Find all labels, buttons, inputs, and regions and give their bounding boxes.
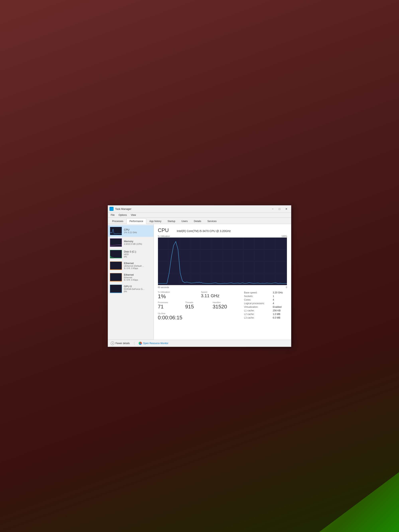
processes-block: Processes 71	[158, 301, 185, 310]
sockets-label: Sockets:	[243, 294, 272, 298]
virtualization-label: Virtualization:	[243, 305, 272, 309]
utilization-stat-label: % Utilization	[158, 291, 197, 293]
sidebar-item-gpu[interactable]: GPU 0 NVIDIA GeForce G... 0%	[108, 283, 154, 295]
disk-thumbnail	[110, 250, 122, 258]
footer-bar: ∧ Fewer details | Open Resource Monitor	[108, 340, 291, 347]
spec-row-l3: L3 cache: 6.0 MB	[243, 316, 287, 320]
handles-label: Handles	[213, 301, 240, 304]
svg-rect-0	[110, 208, 111, 209]
cpu-thumbnail	[110, 227, 122, 235]
speed-stat-label: Speed	[201, 291, 240, 293]
spec-row-logical: Logical processors: 4	[243, 302, 287, 305]
spec-row-cores: Cores: 4	[243, 298, 287, 302]
menu-file[interactable]: File	[109, 213, 116, 217]
svg-rect-7	[110, 262, 122, 270]
tab-details[interactable]: Details	[191, 218, 204, 224]
minimize-button[interactable]: −	[270, 206, 276, 211]
fewer-details-link[interactable]: ∧ Fewer details	[111, 342, 130, 345]
chart-time-label: 60 seconds 0	[158, 286, 287, 288]
ethernet2-thumbnail	[110, 273, 122, 281]
ethernet2-sidebar-sub1: Ethernet	[124, 276, 152, 279]
process-thread-handle-row: Processes 71 Threads 915 Handles 31520	[158, 301, 240, 310]
open-resource-monitor-label: Open Resource Monitor	[143, 342, 168, 345]
maximize-button[interactable]: □	[276, 206, 283, 211]
l3-cache-label: L3 cache:	[243, 316, 272, 320]
chart-label-row: % Utilization 100%	[158, 235, 287, 237]
cpu-header: CPU Intel(R) Core(TM) i5-3470 CPU @ 3.20…	[158, 227, 287, 233]
gpu-sidebar-name: GPU 0	[124, 285, 152, 288]
left-stats: % Utilization 1% Speed 3.11 GHz Processe…	[158, 291, 240, 321]
svg-rect-2	[110, 209, 111, 210]
sockets-value: 1	[272, 294, 287, 298]
utilization-stat-value: 1%	[158, 293, 197, 300]
speed-block: Speed 3.11 GHz	[201, 291, 240, 300]
memory-thumbnail	[110, 238, 122, 247]
cpu-chart	[158, 237, 287, 285]
processes-value: 71	[158, 304, 185, 310]
l1-cache-label: L1 cache:	[243, 309, 272, 312]
time-now-label: 0	[286, 286, 287, 288]
utilization-label: % Utilization	[158, 235, 170, 237]
window-controls: − □ ✕	[270, 206, 290, 211]
util-speed-row: % Utilization 1% Speed 3.11 GHz	[158, 291, 240, 300]
cpu-sidebar-info: CPU 1% 3.11 GHz	[124, 228, 152, 234]
stats-section: % Utilization 1% Speed 3.11 GHz Processe…	[158, 291, 287, 321]
sidebar-item-memory[interactable]: Memory 2.0/15.5 GB (13%)	[108, 237, 154, 248]
disk-sidebar-name: Disk 0 (C:)	[124, 250, 152, 253]
menu-options[interactable]: Options	[116, 213, 129, 217]
cores-value: 4	[272, 298, 287, 302]
spec-row-base-speed: Base speed: 3.20 GHz	[243, 291, 287, 294]
sidebar-item-cpu[interactable]: CPU 1% 3.11 GHz	[108, 225, 154, 237]
l2-cache-label: L2 cache:	[243, 312, 272, 316]
task-manager-window: Task Manager − □ ✕ File Options View Pro…	[108, 205, 291, 347]
l1-cache-value: 256 KB	[272, 309, 287, 312]
tab-processes[interactable]: Processes	[109, 218, 126, 224]
svg-rect-9	[110, 285, 122, 293]
sidebar: CPU 1% 3.11 GHz Memory 2.0/15.5 GB (13%)	[108, 224, 154, 340]
svg-rect-8	[110, 273, 122, 281]
uptime-block: Up time 0:00:06:15	[158, 312, 240, 321]
tab-users[interactable]: Users	[178, 218, 190, 224]
logical-processors-label: Logical processors:	[243, 302, 272, 305]
l3-cache-value: 6.0 MB	[272, 316, 287, 320]
ethernet2-sidebar-info: Ethernet Ethernet S: 0 R: 0 Kbps	[124, 273, 152, 281]
cpu-specs-table: Base speed: 3.20 GHz Sockets: 1 Cores: 4	[243, 291, 287, 320]
disk-sidebar-info: Disk 0 (C:) HDD 0%	[124, 250, 152, 258]
threads-label: Threads	[185, 301, 212, 304]
tab-performance[interactable]: Performance	[127, 218, 146, 224]
window-title: Task Manager	[115, 208, 270, 210]
cpu-sidebar-sub: 1% 3.11 GHz	[124, 231, 152, 234]
uptime-value: 0:00:06:15	[158, 315, 240, 321]
time-ago-label: 60 seconds	[158, 286, 169, 288]
ethernet1-sidebar-sub1: vEthernet (Default ...	[124, 265, 152, 267]
cpu-title: CPU	[158, 227, 169, 233]
tab-app-history[interactable]: App history	[146, 218, 165, 224]
logical-processors-value: 4	[272, 302, 287, 305]
fewer-details-label: Fewer details	[115, 342, 130, 345]
ethernet2-sidebar-name: Ethernet	[124, 273, 152, 276]
ethernet1-sidebar-name: Ethernet	[124, 262, 152, 265]
sidebar-item-ethernet1[interactable]: Ethernet vEthernet (Default ... S: 0 R: …	[108, 260, 154, 272]
close-button[interactable]: ✕	[283, 206, 290, 211]
base-speed-value: 3.20 GHz	[272, 291, 287, 294]
resource-monitor-icon	[139, 342, 142, 345]
tab-services[interactable]: Services	[204, 218, 220, 224]
gpu-sidebar-sub2: 0%	[124, 290, 152, 293]
max-label: 100%	[281, 235, 287, 237]
sidebar-item-ethernet2[interactable]: Ethernet Ethernet S: 0 R: 0 Kbps	[108, 272, 154, 283]
tab-bar: Processes Performance App history Startu…	[108, 218, 291, 224]
disk-sidebar-sub1: HDD	[124, 253, 152, 255]
handles-block: Handles 31520	[213, 301, 240, 310]
memory-sidebar-name: Memory	[124, 240, 152, 243]
ethernet1-thumbnail	[110, 261, 122, 270]
main-panel: CPU Intel(R) Core(TM) i5-3470 CPU @ 3.20…	[154, 224, 291, 340]
tab-startup[interactable]: Startup	[165, 218, 178, 224]
ethernet2-sidebar-sub2: S: 0 R: 0 Kbps	[124, 279, 152, 281]
cpu-model: Intel(R) Core(TM) i5-3470 CPU @ 3.20GHz	[177, 229, 231, 233]
threads-value: 915	[185, 304, 212, 310]
open-resource-monitor-link[interactable]: Open Resource Monitor	[139, 342, 168, 345]
sidebar-item-disk[interactable]: Disk 0 (C:) HDD 0%	[108, 248, 154, 260]
menu-view[interactable]: View	[129, 213, 138, 217]
svg-rect-1	[112, 208, 113, 209]
disk-sidebar-sub2: 0%	[124, 255, 152, 258]
